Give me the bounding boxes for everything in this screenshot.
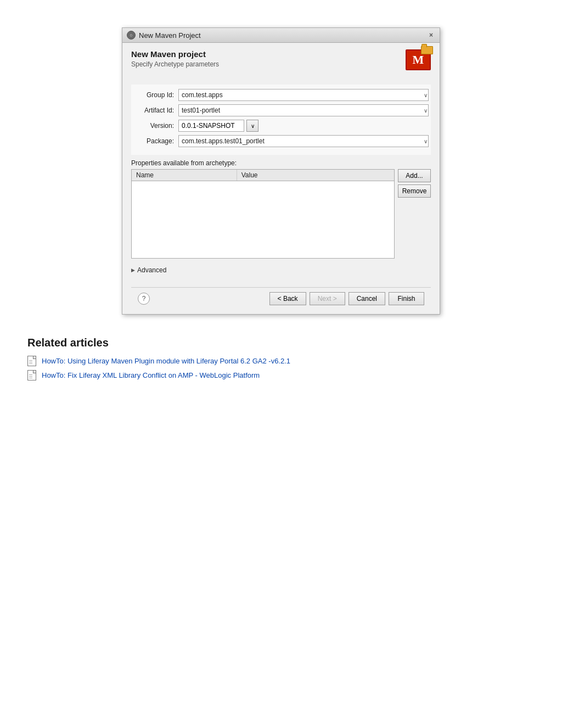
help-button[interactable]: ? <box>138 293 150 305</box>
version-field-wrapper: ∨ <box>178 120 258 132</box>
close-button[interactable]: × <box>427 31 435 39</box>
titlebar-left: ○ New Maven Project <box>127 31 201 40</box>
app-icon-symbol: ○ <box>130 32 132 38</box>
remove-property-button[interactable]: Remove <box>398 184 431 198</box>
package-label: Package: <box>133 137 178 145</box>
value-column-header: Value <box>237 170 394 181</box>
advanced-label: Advanced <box>137 266 166 274</box>
dialog-app-icon: ○ <box>127 31 136 40</box>
properties-buttons: Add... Remove <box>398 169 431 259</box>
dialog-header: New Maven project Specify Archetype para… <box>131 49 431 77</box>
article-item-2: HowTo: Fix Liferay XML Library Conflict … <box>27 370 535 381</box>
group-id-row: Group Id: ∨ <box>133 89 429 101</box>
artifact-id-wrapper: ∨ <box>178 104 429 116</box>
dialog-body: New Maven project Specify Archetype para… <box>122 43 440 314</box>
properties-table-wrapper: Name Value <box>131 169 395 259</box>
back-button[interactable]: < Back <box>269 292 306 305</box>
related-articles-section: Related articles HowTo: Using Liferay Ma… <box>11 326 551 395</box>
maven-m-letter: M <box>413 53 424 67</box>
next-button[interactable]: Next > <box>310 292 345 305</box>
dialog-titlebar: ○ New Maven Project × <box>122 28 440 43</box>
form-section: Group Id: ∨ Artifact Id: ∨ Ver <box>131 85 431 155</box>
article-icon-1 <box>27 356 37 367</box>
dialog-footer: ? < Back Next > Cancel Finish <box>131 287 431 310</box>
properties-table: Name Value <box>132 170 394 258</box>
version-input[interactable] <box>178 120 244 132</box>
article-item-1: HowTo: Using Liferay Maven Plugin module… <box>27 356 535 367</box>
properties-area: Name Value Add... Remove <box>131 169 431 259</box>
version-row: Version: ∨ <box>133 120 429 132</box>
related-articles-title: Related articles <box>27 337 535 349</box>
dialog-header-text: New Maven project Specify Archetype para… <box>131 49 402 68</box>
properties-section: Properties available from archetype: Nam… <box>131 159 431 259</box>
cancel-button[interactable]: Cancel <box>349 292 385 305</box>
package-wrapper: ∨ <box>178 135 429 147</box>
advanced-section: ▶ Advanced <box>131 264 431 276</box>
finish-button[interactable]: Finish <box>389 292 424 305</box>
dialog-subheading: Specify Archetype parameters <box>131 60 402 68</box>
artifact-id-label: Artifact Id: <box>133 107 178 114</box>
group-id-label: Group Id: <box>133 91 178 99</box>
advanced-arrow-icon: ▶ <box>131 267 135 273</box>
properties-label: Properties available from archetype: <box>131 159 431 167</box>
article-link-1[interactable]: HowTo: Using Liferay Maven Plugin module… <box>42 357 290 365</box>
dialog-title: New Maven Project <box>139 31 201 40</box>
article-link-2[interactable]: HowTo: Fix Liferay XML Library Conflict … <box>42 371 260 379</box>
package-row: Package: ∨ <box>133 135 429 147</box>
group-id-wrapper: ∨ <box>178 89 429 101</box>
package-input[interactable] <box>178 135 429 147</box>
advanced-toggle[interactable]: ▶ Advanced <box>131 266 431 274</box>
group-id-input[interactable] <box>178 89 429 101</box>
maven-logo: M <box>402 49 431 77</box>
artifact-id-input[interactable] <box>178 104 429 116</box>
dialog-wrapper: ○ New Maven Project × New Maven project … <box>11 11 551 326</box>
dialog-heading: New Maven project <box>131 49 402 59</box>
article-icon-2 <box>27 370 37 381</box>
version-dropdown-btn[interactable]: ∨ <box>246 120 258 132</box>
footer-buttons: < Back Next > Cancel Finish <box>269 292 424 305</box>
properties-table-body <box>132 181 394 258</box>
artifact-id-row: Artifact Id: ∨ <box>133 104 429 116</box>
version-label: Version: <box>133 122 178 130</box>
new-maven-project-dialog: ○ New Maven Project × New Maven project … <box>122 27 440 315</box>
folder-icon <box>421 46 433 54</box>
name-column-header: Name <box>132 170 237 181</box>
add-property-button[interactable]: Add... <box>398 169 431 182</box>
